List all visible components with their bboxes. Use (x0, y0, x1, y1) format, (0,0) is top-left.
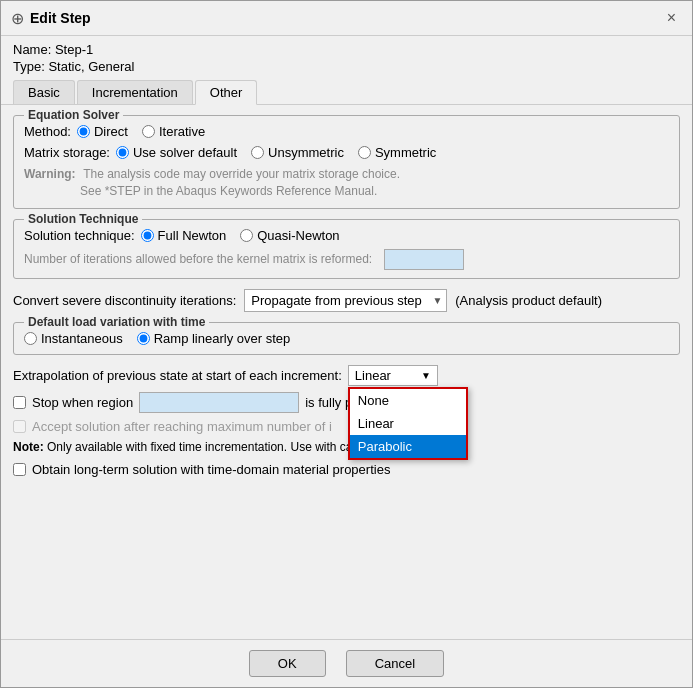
technique-fullnewton[interactable]: Full Newton (141, 228, 227, 243)
technique-radio-group: Full Newton Quasi-Newton (141, 228, 340, 243)
extrapolation-option-none[interactable]: None (350, 389, 466, 412)
type-value: Static, General (48, 59, 134, 74)
load-instantaneous-label: Instantaneous (41, 331, 123, 346)
matrix-symmetric-label: Symmetric (375, 145, 436, 160)
technique-quasinewton[interactable]: Quasi-Newton (240, 228, 339, 243)
matrix-default-radio[interactable] (116, 146, 129, 159)
accept-solution-checkbox[interactable] (13, 420, 26, 433)
equation-solver-label: Equation Solver (24, 108, 123, 122)
cancel-button[interactable]: Cancel (346, 650, 444, 677)
default-load-label: Default load variation with time (24, 315, 209, 329)
analysis-default-text: (Analysis product default) (455, 293, 602, 308)
dialog-footer: OK Cancel (1, 639, 692, 687)
matrix-unsymmetric-label: Unsymmetric (268, 145, 344, 160)
extrapolation-current-value: Linear (355, 368, 391, 383)
technique-fullnewton-radio[interactable] (141, 229, 154, 242)
dialog-icon: ⊕ (11, 9, 24, 28)
method-direct[interactable]: Direct (77, 124, 128, 139)
type-label: Type: (13, 59, 45, 74)
step-info: Name: Step-1 Type: Static, General (1, 36, 692, 80)
region-input[interactable] (139, 392, 299, 413)
extrapolation-dropdown-btn[interactable]: Linear ▼ (348, 365, 438, 386)
dialog-title: Edit Step (30, 10, 91, 26)
technique-quasinewton-radio[interactable] (240, 229, 253, 242)
solution-technique-label: Solution Technique (24, 212, 142, 226)
matrix-symmetric[interactable]: Symmetric (358, 145, 436, 160)
convert-label: Convert severe discontinuity iterations: (13, 293, 236, 308)
load-radio-group: Instantaneous Ramp linearly over step (24, 331, 669, 346)
tab-other[interactable]: Other (195, 80, 258, 105)
note-text: Only available with fixed time increment… (47, 440, 382, 454)
extrapolation-label: Extrapolation of previous state at start… (13, 368, 342, 383)
obtain-solution-row: Obtain long-term solution with time-doma… (13, 462, 680, 477)
equation-solver-group: Equation Solver Method: Direct Iterative… (13, 115, 680, 209)
accept-solution-row: Accept solution after reaching maximum n… (13, 419, 680, 434)
stop-region-checkbox[interactable] (13, 396, 26, 409)
title-bar-left: ⊕ Edit Step (11, 9, 91, 28)
load-ramp-radio[interactable] (137, 332, 150, 345)
method-direct-label: Direct (94, 124, 128, 139)
iterations-row: Number of iterations allowed before the … (24, 249, 669, 270)
matrix-label: Matrix storage: (24, 145, 110, 160)
convert-iterations-row: Convert severe discontinuity iterations:… (13, 289, 680, 312)
iterations-label: Number of iterations allowed before the … (24, 252, 372, 266)
ok-button[interactable]: OK (249, 650, 326, 677)
method-row: Method: Direct Iterative (24, 124, 669, 139)
extrapolation-option-linear[interactable]: Linear (350, 412, 466, 435)
warning-text2: See *STEP in the Abaqus Keywords Referen… (80, 183, 669, 200)
matrix-default[interactable]: Use solver default (116, 145, 237, 160)
note-bold: Note: (13, 440, 44, 454)
technique-label: Solution technique: (24, 228, 135, 243)
extrapolation-option-parabolic[interactable]: Parabolic (350, 435, 466, 458)
method-iterative[interactable]: Iterative (142, 124, 205, 139)
step-name-line: Name: Step-1 (13, 42, 680, 57)
matrix-unsymmetric[interactable]: Unsymmetric (251, 145, 344, 160)
obtain-solution-label: Obtain long-term solution with time-doma… (32, 462, 390, 477)
technique-quasinewton-label: Quasi-Newton (257, 228, 339, 243)
warning-label: Warning: (24, 167, 76, 181)
default-load-group: Default load variation with time Instant… (13, 322, 680, 355)
load-ramp[interactable]: Ramp linearly over step (137, 331, 291, 346)
tab-incrementation[interactable]: Incrementation (77, 80, 193, 104)
extrapolation-select-container: Linear ▼ None Linear Parabolic (348, 365, 438, 386)
extrapolation-dropdown-arrow: ▼ (421, 370, 431, 381)
solution-technique-group: Solution Technique Solution technique: F… (13, 219, 680, 279)
accept-solution-label: Accept solution after reaching maximum n… (32, 419, 332, 434)
name-value: Step-1 (55, 42, 93, 57)
matrix-row: Matrix storage: Use solver default Unsym… (24, 145, 669, 160)
convert-select[interactable]: Propagate from previous step Convert Ite… (244, 289, 447, 312)
name-label: Name: (13, 42, 51, 57)
tabs-bar: Basic Incrementation Other (1, 80, 692, 105)
warning-text: The analysis code may override your matr… (83, 167, 400, 181)
extrapolation-dropdown-popup: None Linear Parabolic (348, 387, 468, 460)
matrix-symmetric-radio[interactable] (358, 146, 371, 159)
tab-basic[interactable]: Basic (13, 80, 75, 104)
method-label: Method: (24, 124, 71, 139)
matrix-radio-group: Use solver default Unsymmetric Symmetric (116, 145, 436, 160)
load-instantaneous[interactable]: Instantaneous (24, 331, 123, 346)
technique-row: Solution technique: Full Newton Quasi-Ne… (24, 228, 669, 243)
stop-region-label: Stop when region (32, 395, 133, 410)
convert-select-wrapper: Propagate from previous step Convert Ite… (244, 289, 447, 312)
note-row: Note: Only available with fixed time inc… (13, 440, 680, 454)
load-instantaneous-radio[interactable] (24, 332, 37, 345)
method-direct-radio[interactable] (77, 125, 90, 138)
title-bar: ⊕ Edit Step × (1, 1, 692, 36)
obtain-solution-checkbox[interactable] (13, 463, 26, 476)
technique-fullnewton-label: Full Newton (158, 228, 227, 243)
step-type-line: Type: Static, General (13, 59, 680, 74)
matrix-unsymmetric-radio[interactable] (251, 146, 264, 159)
close-button[interactable]: × (661, 7, 682, 29)
load-ramp-label: Ramp linearly over step (154, 331, 291, 346)
matrix-default-label: Use solver default (133, 145, 237, 160)
warning-box: Warning: The analysis code may override … (24, 166, 669, 200)
method-iterative-label: Iterative (159, 124, 205, 139)
edit-step-dialog: ⊕ Edit Step × Name: Step-1 Type: Static,… (0, 0, 693, 688)
stop-region-row: Stop when region is fully pla (13, 392, 680, 413)
method-radio-group: Direct Iterative (77, 124, 205, 139)
tab-content: Equation Solver Method: Direct Iterative… (1, 105, 692, 639)
method-iterative-radio[interactable] (142, 125, 155, 138)
iterations-input[interactable]: 8 (384, 249, 464, 270)
extrapolation-row: Extrapolation of previous state at start… (13, 365, 680, 386)
